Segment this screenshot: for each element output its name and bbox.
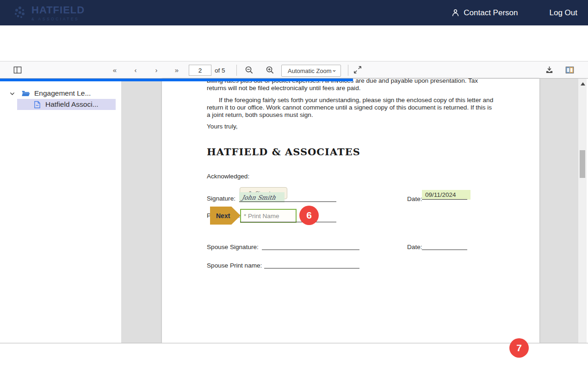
spouse-signature-underline: [262, 242, 359, 250]
download-icon[interactable]: [544, 61, 555, 78]
chevron-down-icon[interactable]: [9, 91, 15, 97]
page-number-input[interactable]: [189, 65, 211, 76]
sidebar-toggle-icon[interactable]: [12, 61, 23, 78]
person-icon: [451, 8, 460, 17]
spouse-print-underline: [264, 260, 359, 268]
company-name-heading: HATFIELD & ASSOCIATES: [207, 146, 360, 158]
pdf-file-icon: [34, 101, 41, 109]
document-paragraph: If the foregoing fairly sets forth your …: [207, 97, 496, 119]
print-name-underline: [240, 214, 336, 222]
pdf-toolbar: « ‹ › » of 5 Automatic Zoom ⌄: [0, 61, 588, 79]
zoom-level-select[interactable]: Automatic Zoom ⌄: [281, 65, 341, 77]
date-underline: [422, 191, 467, 200]
signature-label: Signature:: [207, 195, 235, 202]
company-logo: HATFIELD & ASSOCIATES: [12, 4, 85, 21]
document-tree-sidebar: Engagement Le... Hatfield Associ...: [0, 79, 121, 343]
logo-title: HATFIELD: [31, 4, 85, 16]
logo-mark-icon: [12, 5, 28, 21]
toolbar-divider: [348, 65, 348, 76]
logo-subtitle: & ASSOCIATES: [31, 17, 85, 21]
view-toggle-icon[interactable]: [564, 61, 575, 78]
presentation-mode-icon[interactable]: [352, 61, 363, 78]
sidebar-item-engagement-letter[interactable]: Engagement Le...: [0, 88, 121, 99]
page-count-label: of 5: [215, 61, 225, 79]
chevron-down-icon: ⌄: [332, 66, 337, 73]
action-bar: Delegate: [0, 25, 588, 61]
viewer-scrollbar[interactable]: [578, 79, 587, 343]
previous-page-button[interactable]: ‹: [130, 61, 141, 78]
spouse-signature-label: Spouse Signature:: [207, 244, 259, 250]
spouse-date-label: Date:: [407, 244, 422, 250]
scroll-up-arrow-icon[interactable]: [581, 82, 585, 85]
scrollbar-thumb[interactable]: [580, 150, 585, 178]
toolbar-divider: [236, 65, 237, 76]
top-header: HATFIELD & ASSOCIATES Contact Person Log…: [0, 0, 588, 25]
first-page-button[interactable]: «: [109, 61, 120, 78]
signature-underline: [239, 194, 336, 202]
app-window: HATFIELD & ASSOCIATES Contact Person Log…: [0, 0, 588, 378]
loading-progress-bar: [0, 79, 353, 81]
zoom-in-icon[interactable]: [264, 61, 275, 78]
closing-line: Yours truly,: [207, 123, 238, 130]
sidebar-item-hatfield-pdf[interactable]: Hatfield Associ...: [17, 99, 116, 110]
step-6-annotation: 6: [299, 206, 319, 225]
log-out-button[interactable]: Log Out: [550, 8, 578, 18]
contact-person-button[interactable]: Contact Person: [451, 8, 518, 18]
open-folder-icon: [21, 90, 30, 97]
acknowledged-label: Acknowledged:: [207, 173, 249, 180]
footer-bar: Decline Done: [0, 343, 588, 378]
date-label: Date:: [407, 195, 422, 202]
step-7-annotation: 7: [509, 338, 529, 358]
sidebar-item-label: Engagement Le...: [34, 89, 91, 98]
contact-person-label: Contact Person: [464, 8, 518, 18]
spouse-date-underline: [422, 242, 467, 250]
last-page-button[interactable]: »: [171, 61, 182, 78]
zoom-level-value: Automatic Zoom: [288, 67, 332, 74]
next-page-button[interactable]: ›: [151, 61, 162, 78]
next-tag-label: Next: [216, 212, 230, 219]
spouse-print-name-label: Spouse Print name:: [207, 262, 262, 269]
zoom-out-icon[interactable]: [243, 61, 254, 78]
sidebar-item-label: Hatfield Associ...: [45, 100, 99, 109]
